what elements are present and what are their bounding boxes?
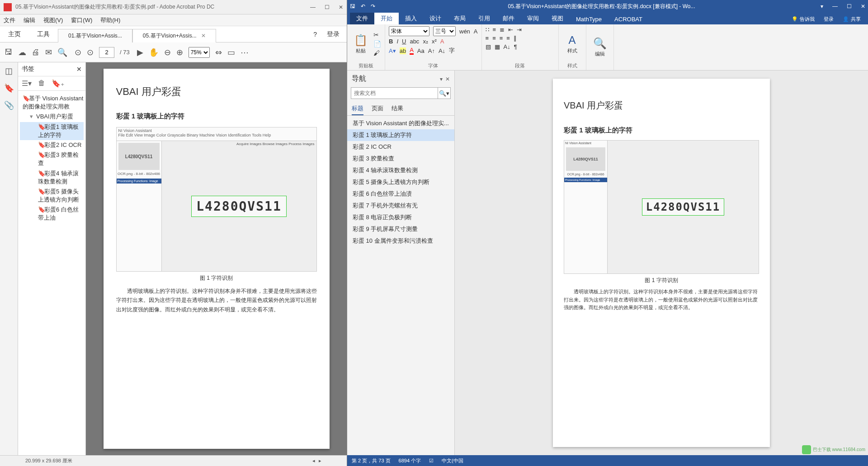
font-name-select[interactable]: 宋体 [389,26,429,36]
show-marks-icon[interactable]: ¶ [514,43,517,50]
bookmark-item[interactable]: 🔖彩蛋2 IC OCR [20,140,84,150]
nav-heading-item[interactable]: 彩蛋 6 白色丝带上油渍 [347,188,454,200]
mail-icon[interactable]: ✉ [45,47,52,57]
tab-references[interactable]: 引用 [472,13,496,24]
share-button[interactable]: 👤共享 [838,14,865,24]
char-border-icon[interactable]: A [474,28,478,35]
justify-icon[interactable]: ≡ [506,35,510,42]
styles-button[interactable]: A样式 [562,26,582,61]
align-right-icon[interactable]: ≡ [500,35,503,42]
search-icon[interactable]: 🔍 [57,47,67,57]
search-icon[interactable]: 🔍▾ [438,87,451,99]
nav-heading-item[interactable]: 彩蛋 9 手机屏幕尺寸测量 [347,223,454,235]
new-bookmark-icon[interactable]: 🔖₊ [52,79,64,88]
align-left-icon[interactable]: ≡ [486,35,489,42]
fit-width-icon[interactable]: ⇔ [215,47,222,57]
close-icon[interactable]: ✕ [861,3,865,9]
page-down-icon[interactable]: ⊙ [87,47,94,57]
spellcheck-icon[interactable]: ☑ [429,458,434,464]
nav-tab-headings[interactable]: 标题 [352,103,363,115]
bold-icon[interactable]: B [389,38,393,45]
nav-heading-item[interactable]: 彩蛋 7 手机外壳螺丝有无 [347,200,454,212]
menu-view[interactable]: 视图(V) [43,16,63,24]
tab-home[interactable]: 开始 [374,13,399,24]
font-color-icon[interactable]: A [410,47,414,55]
minimize-icon[interactable]: — [310,4,316,10]
decrease-indent-icon[interactable]: ⇤ [508,26,513,33]
attachments-icon[interactable]: 📎 [4,100,14,110]
bookmark-item[interactable]: 🔖彩蛋4 轴承滚珠数量检测 [20,169,84,187]
tab-home[interactable]: 主页 [0,26,29,42]
cloud-icon[interactable]: ☁ [18,47,26,57]
close-icon[interactable]: ✕ [201,33,206,39]
minimize-icon[interactable]: — [832,3,838,9]
save-icon[interactable]: 🖫 [350,3,355,9]
numbering-icon[interactable]: ≡ [493,26,496,33]
editing-button[interactable]: 🔍编辑 [590,26,610,68]
status-page[interactable]: 第 2 页，共 73 页 [352,457,391,464]
nav-tab-pages[interactable]: 页面 [372,103,383,115]
italic-icon[interactable]: I [396,38,398,45]
tab-design[interactable]: 设计 [423,13,448,24]
page-up-icon[interactable]: ⊙ [75,47,81,57]
thumbnails-icon[interactable]: ◫ [5,66,13,76]
nav-heading-item[interactable]: 彩蛋 2 IC OCR [347,141,454,153]
word-page-view[interactable]: VBAI 用户彩蛋 彩蛋 1 玻璃板上的字符 NI Vision Assista… [455,71,868,455]
page-input[interactable] [99,47,114,58]
nav-heading-item[interactable]: 彩蛋 4 轴承滚珠数量检测 [347,165,454,176]
bookmark-item[interactable]: 🔖彩蛋6 白色丝带上油 [20,205,84,223]
redo-icon[interactable]: ↷ [371,3,375,9]
paste-button[interactable]: 📋粘贴 [351,26,371,61]
align-center-icon[interactable]: ≡ [492,35,496,42]
format-painter-icon[interactable]: 🖌 [373,49,381,56]
close-icon[interactable]: ✕ [339,4,343,10]
borders-icon[interactable]: ▦ [495,43,500,50]
enclosed-char-icon[interactable]: 字 [449,47,455,55]
nav-search-input[interactable] [351,87,438,99]
sort-icon[interactable]: A↓ [504,43,510,50]
menu-help[interactable]: 帮助(H) [100,16,120,24]
bookmark-item[interactable]: 🔖彩蛋5 摄像头上透镜方向判断 [20,187,84,205]
tab-acrobat[interactable]: ACROBAT [608,14,649,24]
next-page-icon[interactable]: ▸ [319,458,321,464]
dropdown-icon[interactable]: ▾ [440,76,443,82]
bookmark-item[interactable]: 🔖彩蛋1 玻璃板上的字符 [20,122,84,140]
more-icon[interactable]: ⋯ [241,47,249,57]
fit-page-icon[interactable]: ▭ [227,47,235,57]
tab-mathtype[interactable]: MathType [570,14,608,24]
change-case-icon[interactable]: Aa [417,47,425,54]
menu-file[interactable]: 文件 [4,16,15,24]
phonetic-icon[interactable]: wén [459,28,470,35]
bookmarks-icon[interactable]: 🔖 [4,83,14,93]
zoom-select[interactable]: 75% [189,47,210,58]
options-icon[interactable]: ☰▾ [22,79,32,88]
delete-icon[interactable]: 🗑 [38,79,45,88]
increase-indent-icon[interactable]: ⇥ [517,26,522,33]
nav-heading-item[interactable]: 彩蛋 5 摄像头上透镜方向判断 [347,176,454,188]
text-effect-icon[interactable]: A▾ [389,47,396,54]
close-panel-icon[interactable]: ✕ [76,66,82,73]
cut-icon[interactable]: ✂ [373,31,381,38]
nav-heading-item[interactable]: 彩蛋 3 胶量检查 [347,153,454,165]
bookmark-item[interactable]: 🔖基于 Vision Assistant 的图像处理实用教 [20,94,84,112]
grow-font-icon[interactable]: A↑ [428,47,435,54]
acrobat-page-view[interactable]: VBAI 用户彩蛋 彩蛋 1 玻璃板上的字符 NI Vision Assista… [86,62,347,455]
tell-me[interactable]: 💡告诉我 [787,14,819,24]
login-link[interactable]: 登录 [327,30,340,38]
status-words[interactable]: 6894 个字 [399,457,421,464]
line-spacing-icon[interactable]: ‖ [514,35,517,42]
tab-mailings[interactable]: 邮件 [496,13,521,24]
superscript-icon[interactable]: x² [432,38,437,45]
prev-page-icon[interactable]: ◂ [312,458,315,464]
subscript-icon[interactable]: x₂ [423,38,428,45]
font-size-select[interactable]: 三号 [433,26,456,36]
bookmark-item[interactable]: 🔖彩蛋3 胶量检查 [20,150,84,168]
hand-icon[interactable]: ✋ [149,47,159,57]
highlight-icon[interactable]: ab [400,47,406,54]
tab-file[interactable]: 文件 [350,13,374,24]
menu-edit[interactable]: 编辑 [24,16,35,24]
underline-icon[interactable]: U [402,38,406,45]
nav-heading-item[interactable]: 彩蛋 8 电容正负极判断 [347,212,454,223]
save-icon[interactable]: 🖫 [5,47,13,57]
menu-window[interactable]: 窗口(W) [71,16,92,24]
